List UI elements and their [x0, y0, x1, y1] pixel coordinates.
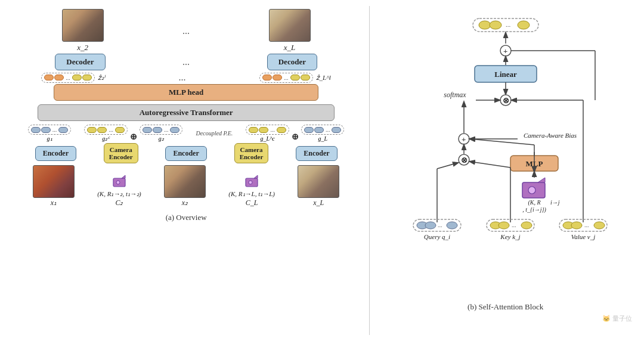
- svg-text:i→j: i→j: [550, 199, 560, 206]
- camera-encoder-box-2: CameraEncoder: [234, 143, 269, 163]
- camera-encoder-box-1: CameraEncoder: [104, 143, 138, 163]
- camera-icon-right: [522, 178, 545, 198]
- main-container: x_2 ... x_L Decoder ... Decoder ...: [0, 0, 644, 341]
- transformer-box: Autoregressive Transformer: [38, 104, 335, 121]
- svg-point-5: [249, 181, 252, 184]
- gL-label: g_L: [318, 135, 327, 142]
- encoder-box-1: Encoder: [35, 146, 76, 161]
- decoder-row: Decoder ... Decoder: [3, 54, 369, 70]
- left-caption-row: (a) Overview: [3, 211, 369, 222]
- g2c-label: g₂ᶜ: [102, 135, 110, 142]
- svg-text:...: ...: [438, 222, 442, 228]
- x2-label: x_2: [77, 43, 88, 52]
- xL-image-col: x_L: [269, 9, 311, 52]
- gL-token-group: ...: [301, 125, 345, 135]
- plus-2: ⊕: [292, 132, 299, 142]
- bottom-images-row: x₁ (K, R₁→₂, t₁→₂) C₂ x₂: [21, 165, 351, 207]
- svg-point-63: [594, 222, 605, 229]
- svg-point-51: [447, 222, 457, 229]
- decoder-box-1: Decoder: [55, 54, 105, 70]
- svg-text:Camera-Aware Bias: Camera-Aware Bias: [524, 132, 577, 139]
- right-content: ... + Linear ⊗: [370, 9, 641, 335]
- svg-point-36: [528, 187, 535, 194]
- key-group: ... Key k_j: [487, 219, 534, 240]
- svg-text:Query q_i: Query q_i: [423, 233, 450, 240]
- cL-label: (K, R₁→L, t₁→L): [228, 190, 275, 198]
- camera-icon-cL: [243, 173, 260, 190]
- g1-token-group: ...: [28, 125, 72, 135]
- svg-line-68: [470, 139, 534, 145]
- svg-text:+: +: [503, 46, 507, 55]
- z2-label: ẑ₂ˡ: [98, 74, 105, 82]
- svg-point-61: [571, 222, 582, 229]
- svg-text:Linear: Linear: [494, 70, 517, 79]
- svg-point-10: [518, 21, 530, 29]
- latent-dots: ...: [178, 72, 185, 83]
- svg-point-49: [425, 222, 436, 229]
- x1-label: x₁: [51, 199, 57, 207]
- mlp-head-box: MLP head: [54, 84, 318, 101]
- svg-marker-1: [122, 175, 125, 178]
- g2c-token-group: ...: [84, 125, 128, 135]
- svg-text:softmax: softmax: [444, 91, 466, 99]
- svg-point-2: [116, 181, 120, 184]
- svg-text:, t_{i→j}): , t_{i→j}): [522, 206, 546, 213]
- x2-image-col: x_2: [62, 9, 104, 52]
- gLc-label: g_L^c: [261, 135, 275, 142]
- token-row: ... g₁ ... g₂ᶜ ⊕: [21, 125, 351, 142]
- z2-pill-3: [72, 75, 82, 80]
- svg-text:Value v_j: Value v_j: [571, 233, 595, 240]
- svg-marker-4: [254, 175, 258, 178]
- value-group: ... Value v_j: [559, 219, 607, 240]
- x2-bottom-image: [164, 165, 206, 198]
- cL-var-label: C_L: [246, 199, 258, 207]
- encoder-box-3: Encoder: [296, 146, 337, 161]
- top-dots: ...: [182, 26, 190, 36]
- zL-pill-3: [290, 75, 300, 80]
- svg-point-7: [479, 21, 491, 29]
- svg-text:...: ...: [506, 21, 511, 28]
- svg-text:...: ...: [584, 222, 589, 228]
- zL-label: ẑ_L^l: [316, 74, 331, 82]
- zL-pill-4: [301, 75, 310, 80]
- decoder-dots: ...: [182, 57, 190, 67]
- zL-pill-2: [273, 75, 282, 80]
- z2-pill-2: [54, 75, 64, 80]
- xL-bottom-image: [298, 165, 339, 198]
- xL-image: [269, 9, 311, 42]
- encoder-box-2: Encoder: [165, 146, 206, 161]
- decoder-box-2: Decoder: [267, 54, 317, 70]
- g1-label: g₁: [47, 135, 52, 142]
- g2-label: g₂: [159, 135, 164, 142]
- zL-group: ...: [259, 73, 313, 83]
- svg-text:⊗: ⊗: [503, 96, 509, 105]
- svg-point-8: [490, 21, 501, 29]
- watermark: 🐱 量子位: [602, 314, 632, 323]
- c2-label: (K, R₁→₂, t₁→₂): [97, 190, 141, 198]
- right-caption: (b) Self-Attention Block: [467, 302, 543, 311]
- svg-text:Key k_j: Key k_j: [500, 233, 520, 240]
- gLc-token-group: ...: [246, 125, 289, 135]
- svg-point-55: [499, 222, 509, 229]
- left-panel: x_2 ... x_L Decoder ... Decoder ...: [3, 6, 369, 335]
- decoupled-label: Decoupled P.E.: [196, 130, 233, 137]
- z2-pill-4: [82, 75, 92, 80]
- latent-row: ... ẑ₂ˡ ... ... ẑ_L^l: [3, 72, 369, 83]
- svg-line-41: [437, 163, 458, 169]
- svg-point-57: [521, 222, 532, 229]
- x2-image: [62, 9, 104, 42]
- svg-text:...: ...: [512, 222, 516, 228]
- plus-1: ⊕: [130, 132, 137, 142]
- output-pills-group: ...: [473, 18, 538, 32]
- z2-pill-1: [44, 75, 54, 80]
- encoder-camera-row: Encoder CameraEncoder Encoder CameraEnco…: [21, 143, 351, 163]
- svg-text:⊗: ⊗: [461, 156, 467, 165]
- camera-icon-c2: [111, 173, 128, 190]
- left-caption: (a) Overview: [166, 213, 207, 222]
- svg-line-43: [470, 162, 510, 168]
- top-images-row: x_2 ... x_L: [3, 9, 369, 52]
- query-group: ... Query q_i: [413, 219, 461, 240]
- g2-token-group: ...: [140, 125, 183, 135]
- svg-marker-35: [538, 178, 545, 182]
- right-panel: ... + Linear ⊗: [369, 6, 641, 335]
